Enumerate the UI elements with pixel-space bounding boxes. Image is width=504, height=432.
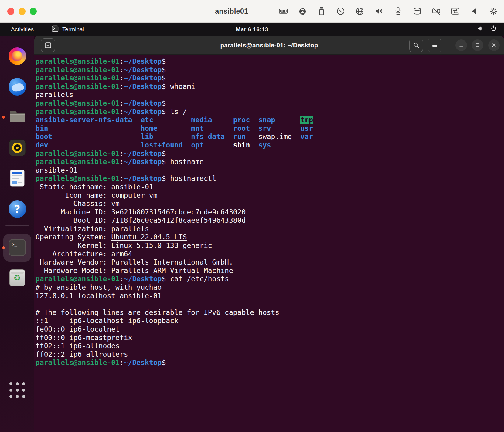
terminal-line: Machine ID: 3e621b807315467cbcec7cde9c64…: [36, 208, 503, 217]
screen: ansible01 Activities Terminal Mar 6 16:1…: [0, 0, 504, 432]
terminal-line: parallels: [36, 91, 503, 99]
settings-gear-icon[interactable]: [489, 6, 499, 16]
power-icon: [490, 25, 497, 34]
activities-button[interactable]: Activities: [8, 25, 37, 33]
dock-separator: [5, 225, 29, 226]
workspace: ? >_ ♻ parallels@ansible-01: ~/Deskt: [0, 36, 504, 432]
rhythmbox-speaker-icon: [9, 139, 26, 157]
terminal-line: parallels@ansible-01:~/Desktop$: [36, 99, 503, 108]
terminal-line: parallels@ansible-01:~/Desktop$ whoami: [36, 83, 503, 91]
focused-app-name: Terminal: [62, 26, 84, 33]
terminal-window-title: parallels@ansible-01: ~/Desktop: [220, 42, 318, 49]
dock: ? >_ ♻: [0, 36, 34, 432]
terminal-line: parallels@ansible-01:~/Desktop$ hostname…: [36, 174, 503, 183]
terminal-line: ansible-01: [36, 166, 503, 175]
terminal-window: parallels@ansible-01: ~/Desktop: [34, 36, 504, 432]
dock-item-files[interactable]: [0, 110, 34, 125]
macos-minimize-button[interactable]: [19, 8, 26, 15]
terminal-header-bar[interactable]: parallels@ansible-01: ~/Desktop: [34, 36, 504, 55]
terminal-line: ff00::0 ip6-mcastprefix: [36, 334, 503, 342]
window-switch-icon[interactable]: [451, 6, 460, 16]
terminal-line: fe00::0 ip6-localnet: [36, 325, 503, 334]
traffic-lights: [7, 8, 37, 15]
terminal-line: parallels@ansible-01:~/Desktop$: [36, 74, 503, 83]
terminal-output[interactable]: parallels@ansible-01:~/Desktop$parallels…: [34, 55, 504, 432]
keyboard-icon[interactable]: [278, 6, 288, 16]
terminal-line: Operating System: Ubuntu 22.04.5 LTS: [36, 233, 503, 241]
maximize-button[interactable]: [472, 39, 483, 51]
window-controls: [409, 38, 500, 52]
close-icon: [491, 42, 497, 48]
terminal-line: Static hostname: ansible-01: [36, 183, 503, 191]
terminal-line: Chassis: vm: [36, 200, 503, 208]
dock-item-firefox[interactable]: [0, 47, 34, 65]
terminal-line: Icon name: computer-vm: [36, 191, 503, 200]
macos-zoom-button[interactable]: [30, 8, 37, 15]
trash-recycle-icon: ♻: [9, 269, 25, 286]
terminal-line: parallels@ansible-01:~/Desktop$ ls /: [36, 108, 503, 116]
dock-item-rhythmbox[interactable]: [0, 139, 34, 157]
terminal-line: Boot ID: 7118f26c0ca5412f8caeef549643380…: [36, 216, 503, 225]
network-off-icon[interactable]: [336, 6, 346, 16]
dock-item-terminal[interactable]: >_: [0, 234, 34, 262]
globe-icon[interactable]: [355, 6, 365, 16]
new-tab-button[interactable]: [41, 38, 55, 52]
gnome-top-bar: Activities Terminal Mar 6 16:13: [0, 23, 504, 36]
files-folder-icon: [9, 110, 26, 125]
terminal-line: ff02::2 ip6-allrouters: [36, 350, 503, 359]
disk-icon[interactable]: [412, 6, 422, 16]
terminal-line: parallels@ansible-01:~/Desktop$: [36, 359, 503, 367]
terminal-line: boot lib nfs_data run swap.img var: [36, 133, 503, 141]
terminal-line: [36, 300, 503, 309]
terminal-line: Virtualization: parallels: [36, 225, 503, 233]
dock-item-trash[interactable]: ♻: [0, 269, 34, 286]
terminal-app-icon: [51, 25, 59, 34]
vm-window-title: ansible01: [215, 7, 248, 15]
terminal-line: Kernel: Linux 5.15.0-133-generic: [36, 241, 503, 250]
macos-menu-bar: ansible01: [0, 0, 504, 23]
search-button[interactable]: [409, 39, 423, 52]
terminal-line: Architecture: arm64: [36, 250, 503, 258]
minimize-button[interactable]: [455, 39, 467, 51]
macos-close-button[interactable]: [7, 8, 14, 15]
terminal-line: Hardware Model: Parallels ARM Virtual Ma…: [36, 267, 503, 275]
focused-app-indicator[interactable]: Terminal: [51, 25, 84, 34]
terminal-line: parallels@ansible-01:~/Desktop$: [36, 57, 503, 66]
terminal-line: parallels@ansible-01:~/Desktop$: [36, 150, 503, 158]
dock-item-thunderbird[interactable]: [0, 78, 34, 96]
search-icon: [413, 42, 420, 49]
active-app-highlight: >_: [3, 234, 31, 262]
close-button[interactable]: [488, 39, 500, 51]
terminal-line: parallels@ansible-01:~/Desktop$: [36, 66, 503, 74]
cpu-icon[interactable]: [298, 6, 307, 16]
show-applications-button[interactable]: [9, 382, 25, 398]
parallels-icon[interactable]: [470, 6, 479, 16]
system-status-area[interactable]: [477, 25, 497, 34]
terminal-line: ansible-server-nfs-data etc media proc s…: [36, 116, 503, 124]
macos-status-icons: [278, 6, 499, 16]
help-question-icon: ?: [9, 200, 26, 218]
dock-item-libreoffice[interactable]: [0, 170, 34, 188]
dock-item-help[interactable]: ?: [0, 200, 34, 218]
usb-icon[interactable]: [317, 6, 326, 16]
microphone-icon[interactable]: [393, 6, 403, 16]
minimize-icon: [458, 42, 464, 48]
menu-button[interactable]: [428, 39, 441, 52]
thunderbird-icon: [9, 78, 26, 96]
terminal-line: Hardware Vendor: Parallels International…: [36, 258, 503, 267]
clock[interactable]: Mar 6 16:13: [236, 26, 268, 33]
terminal-line: parallels@ansible-01:~/Desktop$ cat /etc…: [36, 275, 503, 283]
terminal-line: # by ansible host, with yuchao: [36, 283, 503, 292]
terminal-line: parallels@ansible-01:~/Desktop$ hostname: [36, 158, 503, 166]
volume-icon[interactable]: [374, 6, 384, 16]
terminal-icon: >_: [9, 239, 26, 256]
libreoffice-document-icon: [10, 170, 25, 188]
terminal-line: 127.0.0.1 localhost ansible-01: [36, 292, 503, 300]
terminal-line: bin home mnt root srv usr: [36, 124, 503, 133]
hamburger-menu-icon: [431, 42, 438, 49]
terminal-line: # The following lines are desirable for …: [36, 309, 503, 317]
maximize-icon: [475, 42, 481, 48]
terminal-line: dev lost+found opt sbin sys: [36, 141, 503, 150]
camera-off-icon[interactable]: [431, 6, 441, 16]
speaker-icon: [477, 25, 484, 34]
